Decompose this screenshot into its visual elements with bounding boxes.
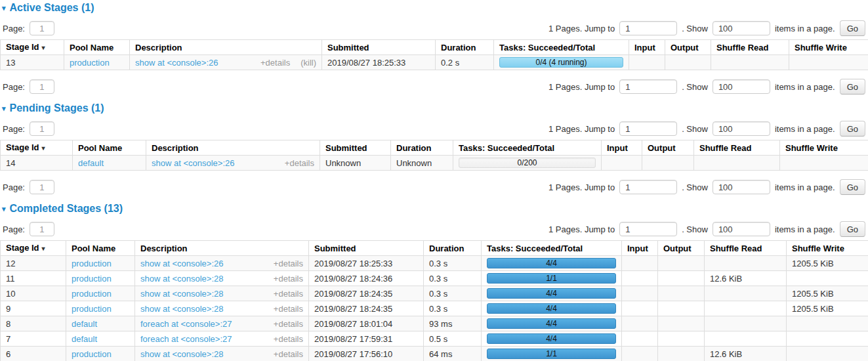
go-button[interactable]: Go (840, 221, 865, 237)
go-button[interactable]: Go (840, 121, 865, 137)
details-link[interactable]: +details (285, 158, 314, 169)
shuffle-read-cell (694, 156, 780, 171)
section-title-text: Completed Stages (13) (10, 203, 123, 215)
description-link[interactable]: show at <console>:28 (140, 273, 223, 284)
page-number-input[interactable] (30, 21, 54, 35)
col-header-input[interactable]: Input (629, 40, 665, 55)
jump-to-page-input[interactable] (619, 180, 677, 194)
stage-id-cell: 6 (1, 347, 66, 361)
col-header-pool-name[interactable]: Pool Name (66, 241, 135, 256)
show-text: . Show (682, 182, 708, 192)
pool-link[interactable]: production (72, 259, 112, 268)
description-wrap: show at <console>:26+details(kill) (135, 57, 316, 68)
col-header-description[interactable]: Description (135, 241, 309, 256)
pool-link[interactable]: production (72, 349, 112, 359)
go-button[interactable]: Go (840, 179, 865, 195)
col-header-stage-id[interactable]: Stage Id▾ (1, 140, 73, 156)
go-button[interactable]: Go (840, 20, 865, 36)
col-header-shuffle-write[interactable]: Shuffle Write (780, 140, 868, 156)
input-cell (622, 347, 658, 361)
section-title-pending-stages[interactable]: ▾ Pending Stages (1) (0, 102, 868, 114)
description-link[interactable]: show at <console>:28 (140, 288, 223, 299)
jump-to-page-input[interactable] (619, 79, 677, 94)
go-button[interactable]: Go (840, 79, 865, 95)
col-header-shuffle-read[interactable]: Shuffle Read (694, 140, 780, 156)
description-link[interactable]: show at <console>:26 (135, 57, 218, 68)
items-per-page-input[interactable] (713, 180, 770, 194)
col-header-stage-id[interactable]: Stage Id▾ (1, 241, 66, 256)
description-cell: show at <console>:26+details(kill) (130, 55, 322, 70)
col-header-stage-id[interactable]: Stage Id▾ (1, 40, 64, 55)
description-actions: +details (267, 349, 303, 360)
details-link[interactable]: +details (274, 288, 303, 299)
jump-to-page-input[interactable] (619, 121, 677, 136)
collapse-arrow-icon: ▾ (2, 205, 6, 213)
items-per-page-input[interactable] (713, 121, 770, 136)
description-actions: +details (267, 288, 303, 299)
pool-link[interactable]: default (72, 319, 97, 329)
col-header-shuffle-read[interactable]: Shuffle Read (711, 40, 789, 55)
page-number-input[interactable] (30, 222, 54, 236)
col-header-output[interactable]: Output (642, 140, 694, 156)
description-link[interactable]: foreach at <console>:27 (140, 333, 232, 345)
pool-link[interactable]: production (70, 58, 110, 68)
kill-link[interactable]: (kill) (300, 57, 316, 68)
details-link[interactable]: +details (274, 258, 303, 269)
col-header-description[interactable]: Description (130, 40, 322, 55)
page-number-input[interactable] (30, 180, 54, 194)
section-title-active-stages[interactable]: ▾ Active Stages (1) (0, 2, 868, 14)
col-header-pool-name[interactable]: Pool Name (64, 40, 130, 55)
col-header-submitted[interactable]: Submitted (309, 241, 424, 256)
jump-to-page-input[interactable] (619, 222, 677, 236)
pagination-right: 1 Pages. Jump to . Show items in a page.… (548, 221, 865, 237)
col-header-shuffle-read[interactable]: Shuffle Read (705, 241, 787, 256)
description-link[interactable]: show at <console>:26 (140, 258, 223, 269)
details-link[interactable]: +details (274, 333, 303, 345)
description-link[interactable]: show at <console>:28 (140, 349, 223, 360)
col-header-tasks-succeeded-total[interactable]: Tasks: Succeeded/Total (494, 40, 629, 55)
pool-link[interactable]: default (72, 334, 97, 344)
tasks-cell: 4/4 (482, 301, 622, 316)
section-title-completed-stages[interactable]: ▾ Completed Stages (13) (0, 203, 868, 215)
col-header-description[interactable]: Description (146, 140, 320, 156)
col-header-tasks-succeeded-total[interactable]: Tasks: Succeeded/Total (482, 241, 622, 256)
pool-link[interactable]: production (72, 304, 112, 314)
col-header-shuffle-write[interactable]: Shuffle Write (789, 40, 868, 55)
col-header-duration[interactable]: Duration (436, 40, 494, 55)
items-per-page-input[interactable] (713, 21, 770, 35)
col-header-input[interactable]: Input (602, 140, 642, 156)
description-link[interactable]: show at <console>:28 (140, 303, 223, 314)
description-link[interactable]: foreach at <console>:27 (140, 318, 232, 329)
col-header-tasks-succeeded-total[interactable]: Tasks: Succeeded/Total (453, 140, 602, 156)
submitted-cell: 2019/08/27 17:59:31 (309, 331, 424, 347)
details-link[interactable]: +details (274, 303, 303, 314)
details-link[interactable]: +details (274, 318, 303, 329)
col-header-submitted[interactable]: Submitted (320, 140, 391, 156)
col-header-output[interactable]: Output (665, 40, 711, 55)
description-link[interactable]: show at <console>:26 (152, 158, 234, 169)
details-link[interactable]: +details (260, 57, 290, 68)
pool-link[interactable]: default (78, 158, 104, 168)
col-header-submitted[interactable]: Submitted (322, 40, 436, 55)
details-link[interactable]: +details (274, 273, 303, 284)
details-link[interactable]: +details (274, 349, 303, 360)
col-header-pool-name[interactable]: Pool Name (73, 140, 146, 156)
description-actions: +details (267, 318, 303, 329)
col-header-shuffle-write[interactable]: Shuffle Write (787, 241, 868, 256)
pool-cell: production (66, 286, 135, 301)
col-header-duration[interactable]: Duration (391, 140, 453, 156)
pool-link[interactable]: production (72, 289, 112, 299)
sort-arrow-icon: ▾ (42, 44, 45, 51)
items-per-page-input[interactable] (713, 222, 770, 236)
duration-cell: 64 ms (424, 347, 482, 361)
col-header-output[interactable]: Output (658, 241, 705, 256)
jump-to-page-input[interactable] (619, 21, 677, 35)
pagination-right: 1 Pages. Jump to . Show items in a page.… (548, 179, 865, 195)
page-number-input[interactable] (30, 121, 54, 136)
output-cell (658, 271, 705, 286)
page-number-input[interactable] (30, 79, 54, 94)
col-header-input[interactable]: Input (622, 241, 658, 256)
items-per-page-input[interactable] (713, 79, 770, 94)
pool-link[interactable]: production (72, 274, 112, 284)
col-header-duration[interactable]: Duration (424, 241, 482, 256)
